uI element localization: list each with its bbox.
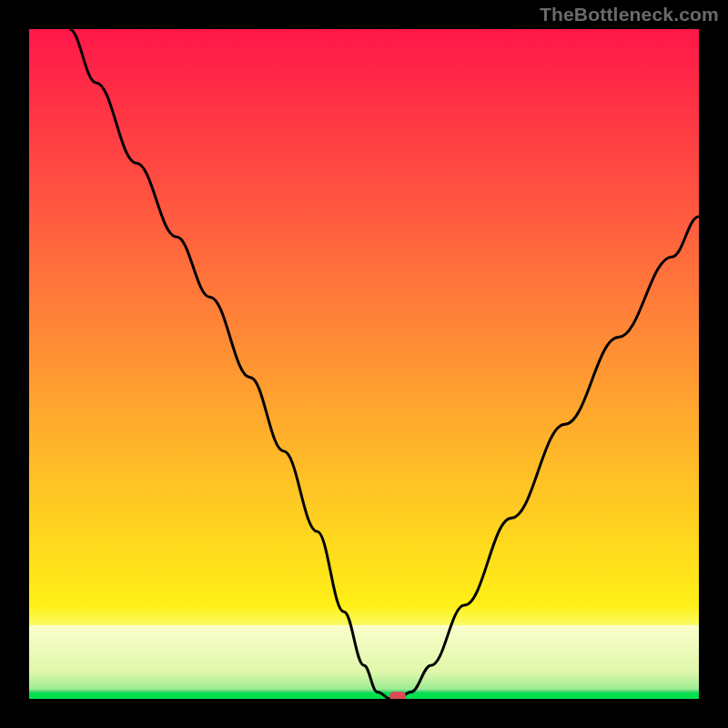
plot-area <box>29 29 699 699</box>
bottleneck-curve-path <box>69 29 699 699</box>
chart-frame: TheBottleneck.com <box>0 0 728 728</box>
minimum-marker <box>389 692 406 699</box>
bottleneck-curve-svg <box>29 29 699 699</box>
watermark-text: TheBottleneck.com <box>540 4 719 25</box>
